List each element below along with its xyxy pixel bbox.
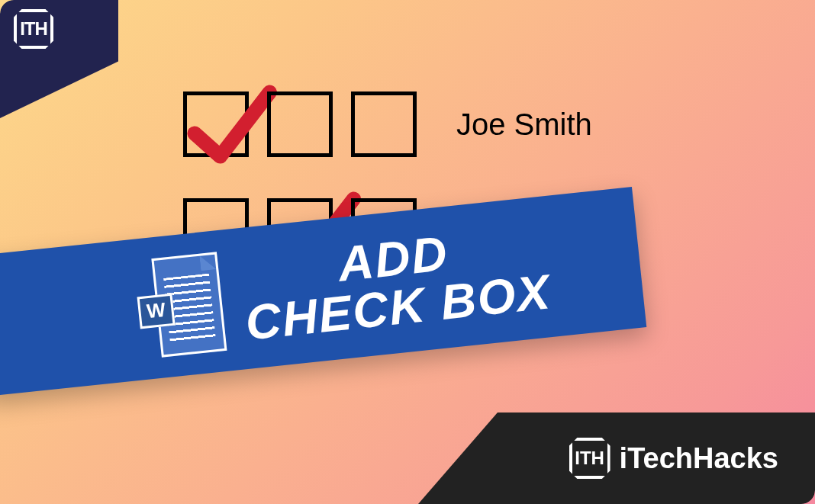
row-name: Joe Smith: [456, 108, 592, 142]
checkbox: [267, 91, 333, 157]
banner-text: ADD CHECK BOX: [238, 218, 553, 347]
brand-name: iTechHacks: [620, 442, 778, 475]
corner-top-left: ITH: [0, 0, 118, 118]
checkbox-row: Joe Smith: [183, 91, 592, 157]
corner-bottom-right: ITH iTechHacks: [418, 413, 815, 504]
word-app-icon: W: [133, 252, 227, 359]
banner-inner: W ADD CHECK BOX: [0, 217, 553, 376]
brand-logo-icon: ITH: [569, 438, 610, 479]
checkbox: [351, 91, 417, 157]
word-badge-icon: W: [137, 293, 175, 329]
corner-logo-icon: ITH: [14, 9, 53, 49]
checkmark-icon: [185, 79, 277, 170]
checkbox: [183, 91, 249, 157]
